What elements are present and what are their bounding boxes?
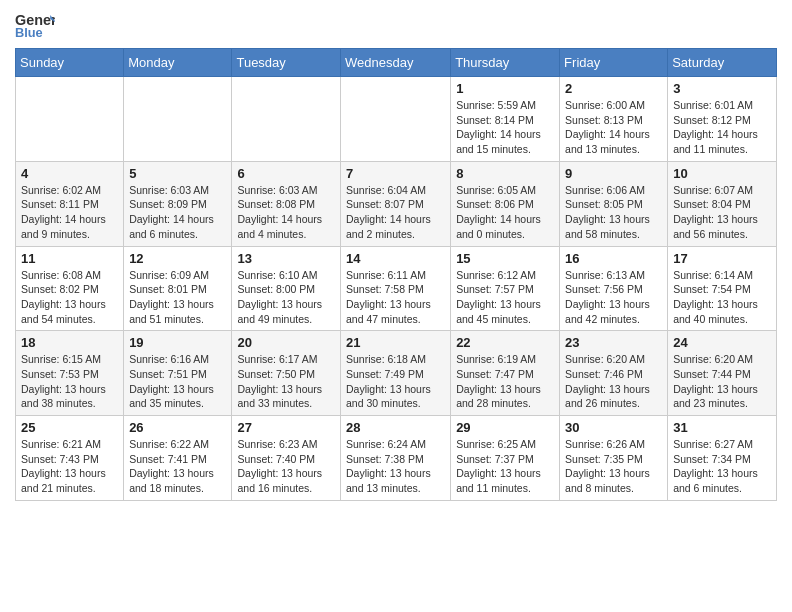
day-number: 17 [673, 251, 771, 266]
day-number: 19 [129, 335, 226, 350]
calendar-cell: 31Sunrise: 6:27 AM Sunset: 7:34 PM Dayli… [668, 416, 777, 501]
logo-icon: General Blue [15, 10, 55, 40]
day-info: Sunrise: 6:27 AM Sunset: 7:34 PM Dayligh… [673, 437, 771, 496]
calendar-cell: 30Sunrise: 6:26 AM Sunset: 7:35 PM Dayli… [560, 416, 668, 501]
day-number: 20 [237, 335, 335, 350]
day-info: Sunrise: 6:19 AM Sunset: 7:47 PM Dayligh… [456, 352, 554, 411]
day-info: Sunrise: 6:17 AM Sunset: 7:50 PM Dayligh… [237, 352, 335, 411]
day-number: 23 [565, 335, 662, 350]
calendar-cell: 5Sunrise: 6:03 AM Sunset: 8:09 PM Daylig… [124, 161, 232, 246]
calendar-cell [124, 77, 232, 162]
day-info: Sunrise: 6:09 AM Sunset: 8:01 PM Dayligh… [129, 268, 226, 327]
day-number: 15 [456, 251, 554, 266]
day-info: Sunrise: 6:26 AM Sunset: 7:35 PM Dayligh… [565, 437, 662, 496]
calendar-cell: 13Sunrise: 6:10 AM Sunset: 8:00 PM Dayli… [232, 246, 341, 331]
calendar-cell: 23Sunrise: 6:20 AM Sunset: 7:46 PM Dayli… [560, 331, 668, 416]
weekday-header-saturday: Saturday [668, 49, 777, 77]
calendar-cell: 27Sunrise: 6:23 AM Sunset: 7:40 PM Dayli… [232, 416, 341, 501]
day-number: 27 [237, 420, 335, 435]
weekday-header-friday: Friday [560, 49, 668, 77]
calendar-week-3: 11Sunrise: 6:08 AM Sunset: 8:02 PM Dayli… [16, 246, 777, 331]
day-info: Sunrise: 6:05 AM Sunset: 8:06 PM Dayligh… [456, 183, 554, 242]
day-number: 26 [129, 420, 226, 435]
calendar-cell: 17Sunrise: 6:14 AM Sunset: 7:54 PM Dayli… [668, 246, 777, 331]
day-info: Sunrise: 6:16 AM Sunset: 7:51 PM Dayligh… [129, 352, 226, 411]
day-number: 30 [565, 420, 662, 435]
day-number: 10 [673, 166, 771, 181]
day-number: 8 [456, 166, 554, 181]
day-info: Sunrise: 6:01 AM Sunset: 8:12 PM Dayligh… [673, 98, 771, 157]
page-header: General Blue [15, 10, 777, 40]
day-number: 18 [21, 335, 118, 350]
day-info: Sunrise: 6:07 AM Sunset: 8:04 PM Dayligh… [673, 183, 771, 242]
calendar-cell [16, 77, 124, 162]
calendar-week-1: 1Sunrise: 5:59 AM Sunset: 8:14 PM Daylig… [16, 77, 777, 162]
calendar-cell: 16Sunrise: 6:13 AM Sunset: 7:56 PM Dayli… [560, 246, 668, 331]
day-info: Sunrise: 6:06 AM Sunset: 8:05 PM Dayligh… [565, 183, 662, 242]
calendar-cell: 7Sunrise: 6:04 AM Sunset: 8:07 PM Daylig… [341, 161, 451, 246]
day-number: 29 [456, 420, 554, 435]
day-number: 6 [237, 166, 335, 181]
day-number: 21 [346, 335, 445, 350]
day-info: Sunrise: 6:13 AM Sunset: 7:56 PM Dayligh… [565, 268, 662, 327]
calendar-cell: 19Sunrise: 6:16 AM Sunset: 7:51 PM Dayli… [124, 331, 232, 416]
day-number: 5 [129, 166, 226, 181]
weekday-header-sunday: Sunday [16, 49, 124, 77]
weekday-header-thursday: Thursday [451, 49, 560, 77]
day-number: 14 [346, 251, 445, 266]
calendar-cell: 14Sunrise: 6:11 AM Sunset: 7:58 PM Dayli… [341, 246, 451, 331]
day-info: Sunrise: 6:23 AM Sunset: 7:40 PM Dayligh… [237, 437, 335, 496]
calendar-cell: 1Sunrise: 5:59 AM Sunset: 8:14 PM Daylig… [451, 77, 560, 162]
weekday-header-tuesday: Tuesday [232, 49, 341, 77]
calendar-cell: 12Sunrise: 6:09 AM Sunset: 8:01 PM Dayli… [124, 246, 232, 331]
calendar-cell: 2Sunrise: 6:00 AM Sunset: 8:13 PM Daylig… [560, 77, 668, 162]
day-info: Sunrise: 6:12 AM Sunset: 7:57 PM Dayligh… [456, 268, 554, 327]
day-info: Sunrise: 6:14 AM Sunset: 7:54 PM Dayligh… [673, 268, 771, 327]
day-number: 2 [565, 81, 662, 96]
day-info: Sunrise: 6:22 AM Sunset: 7:41 PM Dayligh… [129, 437, 226, 496]
day-info: Sunrise: 6:20 AM Sunset: 7:46 PM Dayligh… [565, 352, 662, 411]
day-number: 7 [346, 166, 445, 181]
calendar-week-5: 25Sunrise: 6:21 AM Sunset: 7:43 PM Dayli… [16, 416, 777, 501]
calendar-cell: 24Sunrise: 6:20 AM Sunset: 7:44 PM Dayli… [668, 331, 777, 416]
weekday-header-wednesday: Wednesday [341, 49, 451, 77]
calendar-cell: 22Sunrise: 6:19 AM Sunset: 7:47 PM Dayli… [451, 331, 560, 416]
day-info: Sunrise: 6:04 AM Sunset: 8:07 PM Dayligh… [346, 183, 445, 242]
day-number: 22 [456, 335, 554, 350]
calendar-cell: 11Sunrise: 6:08 AM Sunset: 8:02 PM Dayli… [16, 246, 124, 331]
day-number: 9 [565, 166, 662, 181]
svg-text:Blue: Blue [15, 25, 43, 40]
logo: General Blue [15, 10, 55, 40]
day-info: Sunrise: 6:08 AM Sunset: 8:02 PM Dayligh… [21, 268, 118, 327]
day-info: Sunrise: 6:02 AM Sunset: 8:11 PM Dayligh… [21, 183, 118, 242]
day-number: 28 [346, 420, 445, 435]
day-info: Sunrise: 6:10 AM Sunset: 8:00 PM Dayligh… [237, 268, 335, 327]
day-info: Sunrise: 6:18 AM Sunset: 7:49 PM Dayligh… [346, 352, 445, 411]
day-number: 3 [673, 81, 771, 96]
calendar-cell: 25Sunrise: 6:21 AM Sunset: 7:43 PM Dayli… [16, 416, 124, 501]
calendar-cell: 26Sunrise: 6:22 AM Sunset: 7:41 PM Dayli… [124, 416, 232, 501]
calendar-cell: 21Sunrise: 6:18 AM Sunset: 7:49 PM Dayli… [341, 331, 451, 416]
calendar-cell: 28Sunrise: 6:24 AM Sunset: 7:38 PM Dayli… [341, 416, 451, 501]
day-number: 4 [21, 166, 118, 181]
weekday-header-row: SundayMondayTuesdayWednesdayThursdayFrid… [16, 49, 777, 77]
calendar-cell [232, 77, 341, 162]
day-info: Sunrise: 6:11 AM Sunset: 7:58 PM Dayligh… [346, 268, 445, 327]
day-info: Sunrise: 6:25 AM Sunset: 7:37 PM Dayligh… [456, 437, 554, 496]
day-info: Sunrise: 6:03 AM Sunset: 8:09 PM Dayligh… [129, 183, 226, 242]
day-info: Sunrise: 6:21 AM Sunset: 7:43 PM Dayligh… [21, 437, 118, 496]
day-number: 25 [21, 420, 118, 435]
calendar-body: 1Sunrise: 5:59 AM Sunset: 8:14 PM Daylig… [16, 77, 777, 501]
calendar-cell: 18Sunrise: 6:15 AM Sunset: 7:53 PM Dayli… [16, 331, 124, 416]
day-info: Sunrise: 6:20 AM Sunset: 7:44 PM Dayligh… [673, 352, 771, 411]
day-info: Sunrise: 5:59 AM Sunset: 8:14 PM Dayligh… [456, 98, 554, 157]
day-number: 13 [237, 251, 335, 266]
day-info: Sunrise: 6:00 AM Sunset: 8:13 PM Dayligh… [565, 98, 662, 157]
day-number: 16 [565, 251, 662, 266]
weekday-header-monday: Monday [124, 49, 232, 77]
calendar-cell: 20Sunrise: 6:17 AM Sunset: 7:50 PM Dayli… [232, 331, 341, 416]
day-number: 31 [673, 420, 771, 435]
day-info: Sunrise: 6:15 AM Sunset: 7:53 PM Dayligh… [21, 352, 118, 411]
calendar-table: SundayMondayTuesdayWednesdayThursdayFrid… [15, 48, 777, 501]
day-number: 24 [673, 335, 771, 350]
